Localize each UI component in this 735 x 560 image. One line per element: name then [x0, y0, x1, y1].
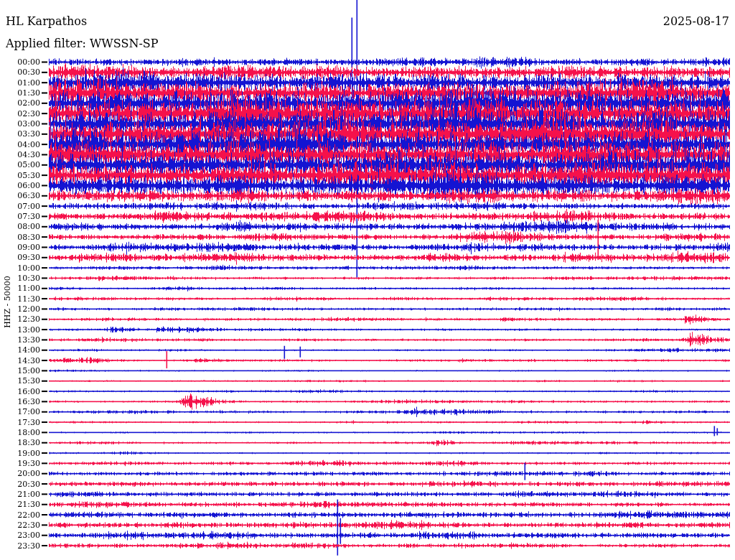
time-label: 21:30 — [3, 500, 40, 508]
time-label: 07:00 — [3, 202, 40, 210]
time-label: 11:00 — [3, 284, 40, 292]
time-label: 19:00 — [3, 449, 40, 457]
time-label: 01:30 — [3, 89, 40, 97]
time-label: 02:30 — [3, 110, 40, 118]
time-label: 02:00 — [3, 99, 40, 107]
time-label: 09:30 — [3, 253, 40, 261]
time-label: 15:00 — [3, 367, 40, 375]
time-label: 06:00 — [3, 182, 40, 190]
time-label: 05:30 — [3, 172, 40, 179]
time-label: 16:30 — [3, 398, 40, 406]
time-label: 15:30 — [3, 377, 40, 385]
time-label: 13:00 — [3, 326, 40, 334]
time-label: 18:30 — [3, 439, 40, 447]
time-label: 18:00 — [3, 429, 40, 437]
time-label: 21:00 — [3, 490, 40, 498]
time-label: 20:30 — [3, 480, 40, 488]
time-label: 19:30 — [3, 459, 40, 467]
time-label: 22:00 — [3, 511, 40, 519]
helicorder-app: HL Karpathos 2025-08-17 Applied filter: … — [0, 0, 735, 560]
time-label: 04:30 — [3, 151, 40, 159]
time-label: 14:00 — [3, 346, 40, 354]
time-label: 20:00 — [3, 470, 40, 477]
time-label: 11:30 — [3, 295, 40, 303]
time-label: 03:00 — [3, 120, 40, 128]
time-label: 10:30 — [3, 274, 40, 282]
time-label: 03:30 — [3, 130, 40, 138]
time-label: 16:00 — [3, 388, 40, 396]
time-label: 08:30 — [3, 233, 40, 241]
time-label: 13:30 — [3, 336, 40, 344]
time-label: 00:30 — [3, 68, 40, 76]
time-label: 22:30 — [3, 521, 40, 529]
time-label: 04:00 — [3, 141, 40, 149]
time-label: 12:30 — [3, 315, 40, 323]
record-date: 2025-08-17 — [663, 14, 729, 28]
time-label: 06:30 — [3, 192, 40, 200]
time-label: 17:30 — [3, 419, 40, 426]
time-label: 14:30 — [3, 357, 40, 365]
helicorder-traces — [0, 0, 735, 560]
time-label: 05:00 — [3, 161, 40, 169]
time-label: 23:30 — [3, 542, 40, 550]
time-label: 17:00 — [3, 408, 40, 416]
filter-label: Applied filter: WWSSN-SP — [6, 37, 159, 50]
time-label: 09:00 — [3, 243, 40, 251]
time-label: 00:00 — [3, 58, 40, 66]
time-label: 08:00 — [3, 223, 40, 230]
station-title: HL Karpathos — [6, 14, 87, 28]
time-label: 10:00 — [3, 264, 40, 272]
time-label: 01:00 — [3, 79, 40, 87]
time-label: 07:30 — [3, 213, 40, 220]
time-label: 23:00 — [3, 531, 40, 539]
time-label: 12:00 — [3, 305, 40, 313]
